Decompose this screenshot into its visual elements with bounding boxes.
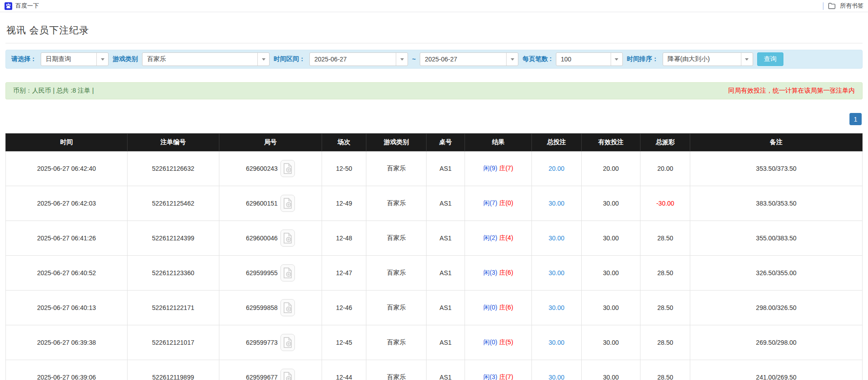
cell-time: 2025-06-27 06:42:40 xyxy=(6,151,128,186)
table-row: 2025-06-27 06:39:06 522612119899 6295996… xyxy=(6,360,863,380)
video-record-button[interactable] xyxy=(280,334,295,351)
date-range-label: 时间区间： xyxy=(274,55,305,63)
cell-remark: 241.00/269.50 xyxy=(690,360,863,380)
cell-session: 12-49 xyxy=(322,186,366,221)
cell-remark: 298.00/326.50 xyxy=(690,291,863,325)
total-bet-link[interactable]: 30.00 xyxy=(549,200,564,207)
filter-bar: 请选择： 日期查询 游戏类别 百家乐 时间区间： 2025-06-27 ~ 20… xyxy=(5,50,863,69)
round-number: 629600151 xyxy=(246,200,278,207)
round-number: 629599858 xyxy=(246,304,278,311)
cell-result: 闲(3) 庄(7) xyxy=(465,360,532,380)
all-bookmarks-label: 所有书签 xyxy=(840,2,863,10)
total-bet-link[interactable]: 30.00 xyxy=(549,304,564,311)
date-from-value: 2025-06-27 xyxy=(310,56,351,63)
cell-session: 12-44 xyxy=(322,360,366,380)
cell-round: 629600046 xyxy=(219,221,322,256)
total-bet-link[interactable]: 20.00 xyxy=(549,165,564,172)
cell-session: 12-45 xyxy=(322,325,366,360)
cell-payout: 28.50 xyxy=(640,291,690,325)
cell-session: 12-47 xyxy=(322,256,366,291)
page-size-label: 每页笔数 : xyxy=(522,55,552,63)
bookmark-label: 百度一下 xyxy=(15,2,39,10)
result-banker: 庄(7) xyxy=(499,373,513,380)
video-record-button[interactable] xyxy=(280,230,295,247)
page-size-select[interactable]: 100 xyxy=(556,52,623,66)
total-bet-link[interactable]: 30.00 xyxy=(549,374,564,380)
cell-total-bet: 30.00 xyxy=(531,256,581,291)
result-player: 闲(0) xyxy=(483,338,497,346)
result-banker: 庄(5) xyxy=(499,338,513,346)
page-1-button[interactable]: 1 xyxy=(849,113,862,125)
currency-total-text: 币别：人民币 | 总共 :8 注单 | xyxy=(13,87,94,95)
total-bet-link[interactable]: 30.00 xyxy=(549,269,564,277)
round-number: 629599677 xyxy=(246,374,278,380)
chevron-down-icon xyxy=(506,53,518,66)
cell-payout: 28.50 xyxy=(640,360,690,380)
baidu-paw-icon xyxy=(5,2,12,10)
header-total-bet: 总投注 xyxy=(531,134,581,151)
cell-remark: 353.50/373.50 xyxy=(690,151,863,186)
header-result: 结果 xyxy=(465,134,532,151)
cell-bet-id: 522612122171 xyxy=(127,291,219,325)
video-record-button[interactable] xyxy=(280,299,295,316)
result-banker: 庄(6) xyxy=(499,304,513,311)
video-record-button[interactable] xyxy=(280,160,295,177)
cell-payout: 20.00 xyxy=(640,151,690,186)
summary-bar: 币别：人民币 | 总共 :8 注单 | 同局有效投注，统一计算在该局第一张注单内 xyxy=(5,82,863,99)
valid-bet-notice: 同局有效投注，统一计算在该局第一张注单内 xyxy=(728,87,855,95)
cell-total-bet: 30.00 xyxy=(531,360,581,380)
header-table: 桌号 xyxy=(426,134,465,151)
date-to-select[interactable]: 2025-06-27 xyxy=(420,52,518,66)
result-player: 闲(9) xyxy=(483,164,497,172)
cell-result: 闲(3) 庄(6) xyxy=(465,256,532,291)
header-payout: 总派彩 xyxy=(640,134,690,151)
cell-time: 2025-06-27 06:42:03 xyxy=(6,186,128,221)
query-mode-select[interactable]: 日期查询 xyxy=(41,52,109,66)
table-row: 2025-06-27 06:39:38 522612121017 6295997… xyxy=(6,325,863,360)
cell-bet-id: 522612119899 xyxy=(127,360,219,380)
game-type-value: 百家乐 xyxy=(142,55,171,63)
date-to-value: 2025-06-27 xyxy=(420,56,462,63)
cell-total-bet: 20.00 xyxy=(531,151,581,186)
cell-table: AS1 xyxy=(426,151,465,186)
round-number: 629599773 xyxy=(246,339,278,346)
table-row: 2025-06-27 06:40:13 522612122171 6295998… xyxy=(6,291,863,325)
pagination: 1 xyxy=(5,113,862,125)
bookmarks-divider xyxy=(823,2,824,10)
cell-total-bet: 30.00 xyxy=(531,186,581,221)
total-bet-link[interactable]: 30.00 xyxy=(549,235,564,242)
result-player: 闲(7) xyxy=(483,199,497,206)
result-banker: 庄(0) xyxy=(499,199,513,206)
total-bet-link[interactable]: 30.00 xyxy=(549,339,564,346)
bookmark-baidu[interactable]: 百度一下 xyxy=(5,2,39,10)
cell-session: 12-46 xyxy=(322,291,366,325)
cell-bet-id: 522612124399 xyxy=(127,221,219,256)
all-bookmarks[interactable]: 所有书签 xyxy=(823,2,863,10)
chevron-down-icon xyxy=(396,53,408,66)
cell-table: AS1 xyxy=(426,291,465,325)
cell-time: 2025-06-27 06:40:52 xyxy=(6,256,128,291)
cell-valid-bet: 30.00 xyxy=(581,256,640,291)
header-session: 场次 xyxy=(322,134,366,151)
video-record-button[interactable] xyxy=(280,195,295,212)
cell-valid-bet: 20.00 xyxy=(581,151,640,186)
header-bet-id: 注单编号 xyxy=(127,134,219,151)
betting-records-table: 时间 注单编号 局号 场次 游戏类别 桌号 结果 总投注 有效投注 总派彩 备注… xyxy=(5,133,863,380)
query-mode-value: 日期查询 xyxy=(41,55,76,63)
date-from-select[interactable]: 2025-06-27 xyxy=(309,52,408,66)
header-remark: 备注 xyxy=(690,134,863,151)
cell-game-type: 百家乐 xyxy=(366,221,427,256)
cell-time: 2025-06-27 06:39:06 xyxy=(6,360,128,380)
cell-total-bet: 30.00 xyxy=(531,221,581,256)
search-button[interactable]: 查询 xyxy=(757,52,783,66)
chevron-down-icon xyxy=(611,53,622,66)
cell-bet-id: 522612125462 xyxy=(127,186,219,221)
sort-order-select[interactable]: 降幂(由大到小) xyxy=(663,52,753,66)
cell-payout: 28.50 xyxy=(640,221,690,256)
video-record-button[interactable] xyxy=(280,369,295,380)
page-size-value: 100 xyxy=(556,56,576,63)
cell-result: 闲(0) 庄(6) xyxy=(465,291,532,325)
video-record-button[interactable] xyxy=(280,264,295,281)
page-title: 视讯 会员下注纪录 xyxy=(6,24,863,37)
game-type-select[interactable]: 百家乐 xyxy=(142,52,270,66)
